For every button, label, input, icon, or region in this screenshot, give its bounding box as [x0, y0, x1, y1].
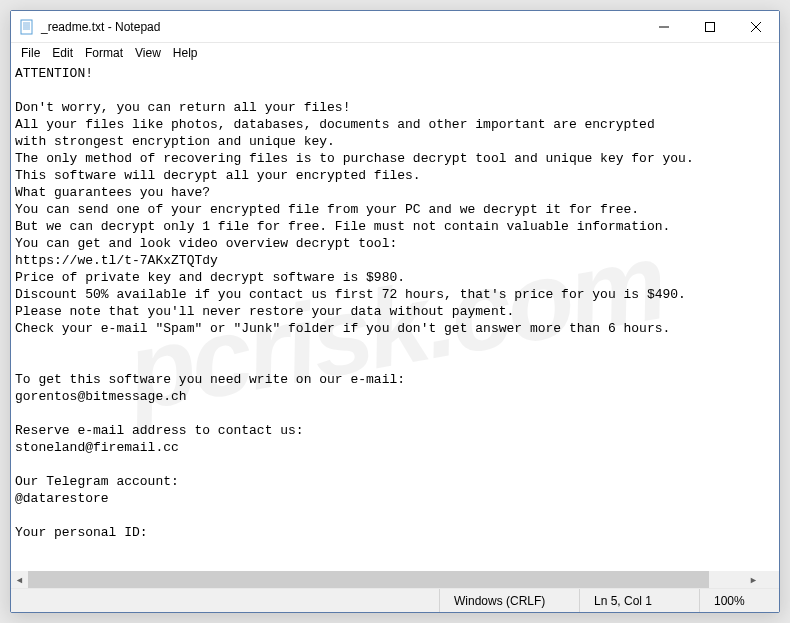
menu-edit[interactable]: Edit	[46, 45, 79, 61]
editor-area: pcrisk.com ATTENTION! Don't worry, you c…	[11, 63, 779, 588]
status-zoom: 100%	[699, 589, 779, 612]
notepad-icon	[19, 19, 35, 35]
maximize-button[interactable]	[687, 11, 733, 42]
menu-help[interactable]: Help	[167, 45, 204, 61]
scrollbar-track[interactable]	[28, 571, 745, 588]
scrollbar-thumb[interactable]	[28, 571, 709, 588]
notepad-window: _readme.txt - Notepad File Edit Format V…	[10, 10, 780, 613]
svg-rect-6	[706, 22, 715, 31]
scroll-right-arrow-icon[interactable]: ►	[745, 571, 762, 588]
menubar: File Edit Format View Help	[11, 43, 779, 63]
close-button[interactable]	[733, 11, 779, 42]
status-cursor-position: Ln 5, Col 1	[579, 589, 699, 612]
window-title: _readme.txt - Notepad	[41, 20, 641, 34]
menu-view[interactable]: View	[129, 45, 167, 61]
scrollbar-corner	[762, 571, 779, 588]
horizontal-scrollbar[interactable]: ◄ ►	[11, 571, 762, 588]
statusbar: Windows (CRLF) Ln 5, Col 1 100%	[11, 588, 779, 612]
titlebar: _readme.txt - Notepad	[11, 11, 779, 43]
window-controls	[641, 11, 779, 42]
minimize-button[interactable]	[641, 11, 687, 42]
menu-format[interactable]: Format	[79, 45, 129, 61]
text-editor[interactable]: ATTENTION! Don't worry, you can return a…	[11, 63, 779, 571]
status-line-ending: Windows (CRLF)	[439, 589, 579, 612]
scroll-left-arrow-icon[interactable]: ◄	[11, 571, 28, 588]
menu-file[interactable]: File	[15, 45, 46, 61]
